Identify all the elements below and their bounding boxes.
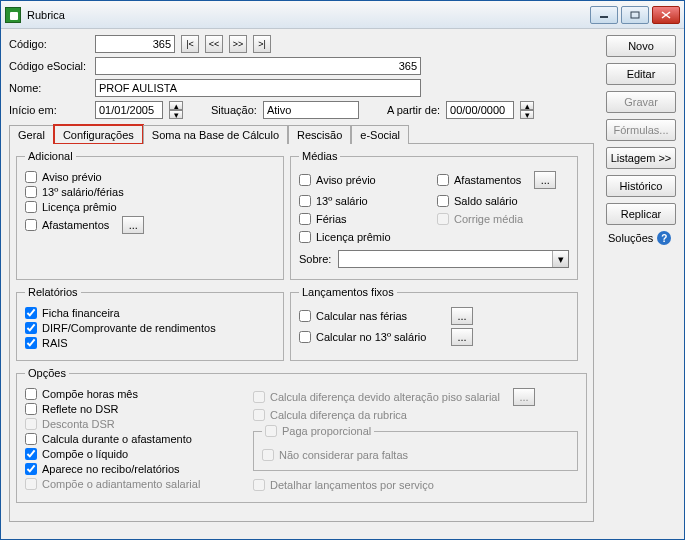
listagem-button[interactable]: Listagem >> xyxy=(606,147,676,169)
op-paga-checkbox xyxy=(265,425,277,437)
op-adiant-checkbox xyxy=(25,478,37,490)
inicio-label: Início em: xyxy=(9,104,89,116)
op-detalhar-checkbox xyxy=(253,479,265,491)
inicio-spin-down[interactable]: ▾ xyxy=(169,110,183,119)
gravar-button[interactable]: Gravar xyxy=(606,91,676,113)
solucoes-label: Soluções xyxy=(608,232,653,244)
apartir-spin-down[interactable]: ▾ xyxy=(520,110,534,119)
medias-sobre-label: Sobre: xyxy=(299,253,333,265)
lanc-13-button[interactable]: ... xyxy=(451,328,473,346)
nav-first-button[interactable]: |< xyxy=(181,35,199,53)
sidebar-buttons: Novo Editar Gravar Fórmulas... Listagem … xyxy=(606,35,676,245)
apartir-field[interactable] xyxy=(446,101,514,119)
op-horas-checkbox[interactable] xyxy=(25,388,37,400)
formulas-button[interactable]: Fórmulas... xyxy=(606,119,676,141)
medias-legend: Médias xyxy=(299,150,340,162)
op-recibo-checkbox[interactable] xyxy=(25,463,37,475)
opcoes-group: Opções Compõe horas mês Reflete no DSR D… xyxy=(16,367,587,503)
medias-licenca-checkbox[interactable] xyxy=(299,231,311,243)
tab-configuracoes[interactable]: Configurações xyxy=(54,125,143,144)
maximize-button[interactable] xyxy=(621,6,649,24)
medias-ferias-checkbox[interactable] xyxy=(299,213,311,225)
rubrica-window: Rubrica Novo Editar Gravar Fórmulas... L… xyxy=(0,0,685,540)
rel-dirf-checkbox[interactable] xyxy=(25,322,37,334)
medias-afast-checkbox[interactable] xyxy=(437,174,449,186)
tab-bar: Geral Configurações Soma na Base de Cálc… xyxy=(9,125,594,144)
rel-rais-checkbox[interactable] xyxy=(25,337,37,349)
adicional-group: Adicional Aviso prévio 13º salário/féria… xyxy=(16,150,284,280)
nav-prev-button[interactable]: << xyxy=(205,35,223,53)
nav-last-button[interactable]: >| xyxy=(253,35,271,53)
op-reflete-checkbox[interactable] xyxy=(25,403,37,415)
lanc-13-checkbox[interactable] xyxy=(299,331,311,343)
historico-button[interactable]: Histórico xyxy=(606,175,676,197)
codigo-esocial-field[interactable] xyxy=(95,57,421,75)
medias-corrige-checkbox xyxy=(437,213,449,225)
adicional-legend: Adicional xyxy=(25,150,76,162)
svg-rect-1 xyxy=(631,12,639,18)
op-liquido-checkbox[interactable] xyxy=(25,448,37,460)
tab-body-configuracoes: Adicional Aviso prévio 13º salário/féria… xyxy=(9,144,594,522)
medias-group: Médias Aviso prévio Afastamentos ... 13º… xyxy=(290,150,578,280)
adicional-aviso-checkbox[interactable] xyxy=(25,171,37,183)
relatorios-legend: Relatórios xyxy=(25,286,81,298)
window-title: Rubrica xyxy=(27,9,590,21)
adicional-licenca-checkbox[interactable] xyxy=(25,201,37,213)
opcoes-legend: Opções xyxy=(25,367,69,379)
relatorios-group: Relatórios Ficha financeira DIRF/Comprov… xyxy=(16,286,284,361)
medias-sobre-combo[interactable]: ▾ xyxy=(338,250,569,268)
medias-13-checkbox[interactable] xyxy=(299,195,311,207)
nav-next-button[interactable]: >> xyxy=(229,35,247,53)
op-difpiso-checkbox xyxy=(253,391,265,403)
situacao-label: Situação: xyxy=(211,104,257,116)
op-difpiso-button[interactable]: ... xyxy=(513,388,535,406)
lancamentos-group: Lançamentos fixos Calcular nas férias...… xyxy=(290,286,578,361)
app-icon xyxy=(5,7,21,23)
medias-saldo-checkbox[interactable] xyxy=(437,195,449,207)
novo-button[interactable]: Novo xyxy=(606,35,676,57)
close-button[interactable] xyxy=(652,6,680,24)
tab-esocial[interactable]: e-Social xyxy=(351,125,409,144)
codigo-label: Código: xyxy=(9,38,89,50)
minimize-button[interactable] xyxy=(590,6,618,24)
inicio-field[interactable] xyxy=(95,101,163,119)
situacao-field[interactable] xyxy=(263,101,359,119)
codigo-field[interactable] xyxy=(95,35,175,53)
chevron-down-icon: ▾ xyxy=(552,251,568,267)
nome-field[interactable] xyxy=(95,79,421,97)
op-difrub-checkbox xyxy=(253,409,265,421)
rel-ficha-checkbox[interactable] xyxy=(25,307,37,319)
editar-button[interactable]: Editar xyxy=(606,63,676,85)
adicional-afast-checkbox[interactable] xyxy=(25,219,37,231)
op-desconta-checkbox xyxy=(25,418,37,430)
replicar-button[interactable]: Replicar xyxy=(606,203,676,225)
op-afast-checkbox[interactable] xyxy=(25,433,37,445)
medias-afast-button[interactable]: ... xyxy=(534,171,556,189)
tab-rescisao[interactable]: Rescisão xyxy=(288,125,351,144)
help-icon: ? xyxy=(657,231,671,245)
adicional-afast-button[interactable]: ... xyxy=(122,216,144,234)
adicional-13-checkbox[interactable] xyxy=(25,186,37,198)
paga-proporcional-group: Paga proporcional Não considerar para fa… xyxy=(253,425,578,471)
lanc-ferias-checkbox[interactable] xyxy=(299,310,311,322)
apartir-label: A partir de: xyxy=(387,104,440,116)
nome-label: Nome: xyxy=(9,82,89,94)
codigo-esocial-label: Código eSocial: xyxy=(9,60,89,72)
op-faltas-checkbox xyxy=(262,449,274,461)
titlebar: Rubrica xyxy=(1,1,684,29)
lanc-ferias-button[interactable]: ... xyxy=(451,307,473,325)
medias-aviso-checkbox[interactable] xyxy=(299,174,311,186)
tab-geral[interactable]: Geral xyxy=(9,125,54,144)
lancamentos-legend: Lançamentos fixos xyxy=(299,286,397,298)
tab-soma-base[interactable]: Soma na Base de Cálculo xyxy=(143,125,288,144)
solucoes-link[interactable]: Soluções ? xyxy=(606,231,676,245)
